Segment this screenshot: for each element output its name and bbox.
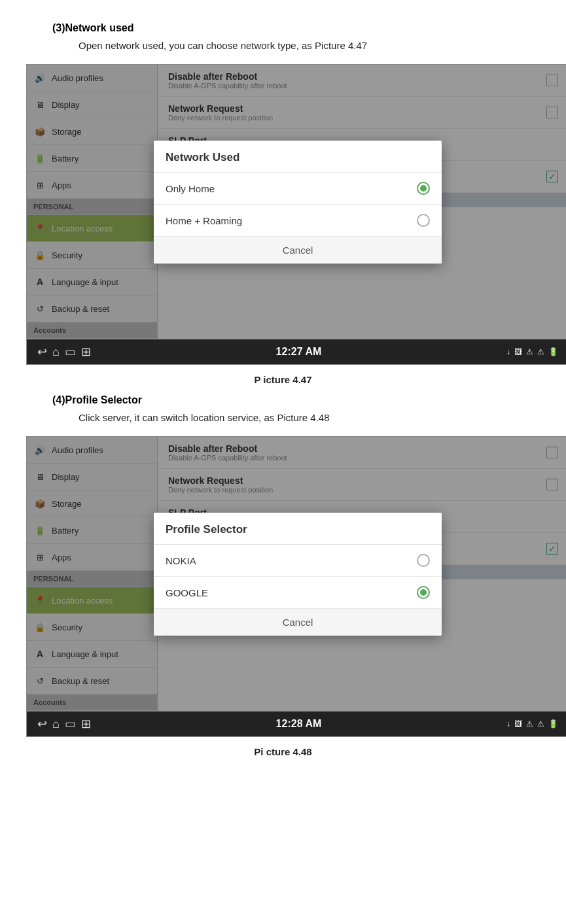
battery-status-icon: 🔋 xyxy=(548,347,558,356)
document-body: (3)Network used Open network used, you c… xyxy=(0,0,566,779)
status-bar1: ↩ ⌂ ▭ ⊞ 12:27 AM ↓ 🖼 ⚠ ⚠ 🔋 xyxy=(27,339,566,364)
network-used-dialog: Network Used Only Home Home + Roaming Ca… xyxy=(154,141,442,264)
figure2-label: Pi cture 4.48 xyxy=(26,746,540,757)
section3-heading: (3)Network used xyxy=(52,22,540,34)
nav-icons1: ↩ ⌂ ▭ ⊞ xyxy=(37,345,91,359)
screenshot2-icon: 🖼 xyxy=(514,719,522,728)
home-roaming-radio[interactable] xyxy=(417,214,430,227)
battery2-status-icon: 🔋 xyxy=(548,719,558,728)
warning-icon1: ⚠ xyxy=(526,347,533,356)
section4-text: Click server, it can switch location ser… xyxy=(79,410,540,426)
profile-selector-dialog: Profile Selector NOKIA GOOGLE Cancel xyxy=(154,513,442,636)
home2-icon[interactable]: ⌂ xyxy=(52,717,60,731)
google-label: GOOGLE xyxy=(166,587,208,598)
usb-icon: ↓ xyxy=(506,347,510,356)
home-roaming-label: Home + Roaming xyxy=(166,215,242,226)
dialog-option-nokia[interactable]: NOKIA xyxy=(154,545,442,577)
usb2-icon: ↓ xyxy=(506,719,510,728)
dialog-overlay2: Profile Selector NOKIA GOOGLE Cancel xyxy=(27,437,566,711)
section4-heading: (4)Profile Selector xyxy=(52,394,540,406)
qr-icon[interactable]: ⊞ xyxy=(81,345,91,359)
google-radio[interactable] xyxy=(417,586,430,599)
dialog-option-google[interactable]: GOOGLE xyxy=(154,577,442,609)
status-right-icons1: ↓ 🖼 ⚠ ⚠ 🔋 xyxy=(506,347,558,356)
back2-icon[interactable]: ↩ xyxy=(37,717,47,731)
dialog-title1: Network Used xyxy=(154,141,442,173)
dialog-option-only-home[interactable]: Only Home xyxy=(154,173,442,205)
warning-icon2: ⚠ xyxy=(537,347,544,356)
nokia-radio[interactable] xyxy=(417,554,430,567)
section3-text: Open network used, you can choose networ… xyxy=(79,38,540,54)
screenshot-icon: 🖼 xyxy=(514,347,522,356)
warning2-icon2: ⚠ xyxy=(537,719,544,728)
dialog-title2: Profile Selector xyxy=(154,513,442,545)
nokia-label: NOKIA xyxy=(166,555,196,566)
back-icon[interactable]: ↩ xyxy=(37,345,47,359)
dialog-option-home-roaming[interactable]: Home + Roaming xyxy=(154,205,442,237)
status-bar2: ↩ ⌂ ▭ ⊞ 12:28 AM ↓ 🖼 ⚠ ⚠ 🔋 xyxy=(27,711,566,736)
status-time2: 12:28 AM xyxy=(276,718,322,730)
figure1-label: P icture 4.47 xyxy=(26,374,540,385)
dialog-overlay1: Network Used Only Home Home + Roaming Ca… xyxy=(27,65,566,339)
dialog-cancel1[interactable]: Cancel xyxy=(154,237,442,264)
status-right-icons2: ↓ 🖼 ⚠ ⚠ 🔋 xyxy=(506,719,558,728)
recents2-icon[interactable]: ▭ xyxy=(65,717,76,731)
home-icon[interactable]: ⌂ xyxy=(52,345,60,359)
status-time1: 12:27 AM xyxy=(276,346,322,358)
warning2-icon1: ⚠ xyxy=(526,719,533,728)
recents-icon[interactable]: ▭ xyxy=(65,345,76,359)
only-home-radio[interactable] xyxy=(417,182,430,195)
only-home-label: Only Home xyxy=(166,183,215,194)
screenshot1: 🔊 Audio profiles 🖥 Display 📦 Storage 🔋 B… xyxy=(26,64,566,365)
dialog-cancel2[interactable]: Cancel xyxy=(154,609,442,636)
qr2-icon[interactable]: ⊞ xyxy=(81,717,91,731)
screenshot2: 🔊 Audio profiles 🖥 Display 📦 Storage 🔋 B… xyxy=(26,436,566,737)
nav-icons2: ↩ ⌂ ▭ ⊞ xyxy=(37,717,91,731)
